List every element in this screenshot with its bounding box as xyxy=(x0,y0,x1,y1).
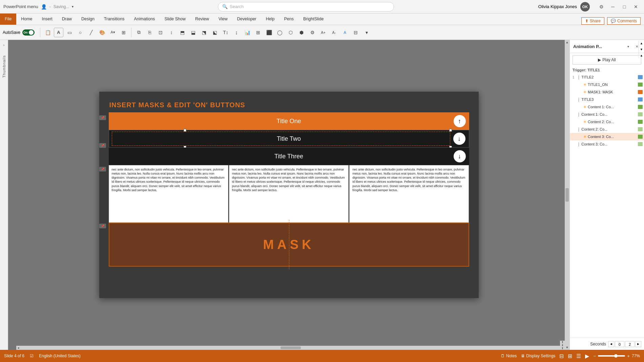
layout-button[interactable]: ⊟ xyxy=(351,28,360,37)
anim-dropdown-button[interactable]: ▾ xyxy=(624,43,632,50)
font-size-decrease-button[interactable]: A- xyxy=(329,28,339,37)
anim-item-content1b[interactable]: │ Content 1: Co... xyxy=(570,111,644,118)
select-button[interactable]: ↕ xyxy=(167,28,176,37)
close-button[interactable]: ✕ xyxy=(631,2,641,12)
display-settings-button[interactable]: 🖥 Display Settings xyxy=(521,354,555,358)
tab-animations[interactable]: Animations xyxy=(129,14,160,25)
tab-file[interactable]: File xyxy=(0,14,16,25)
clipboard-button[interactable]: 📋 xyxy=(43,28,53,37)
mask-section: MASK xyxy=(109,223,469,267)
comments-button[interactable]: 💬 Comments xyxy=(607,17,641,25)
thumbnails-toggle[interactable]: › xyxy=(3,43,4,47)
tab-slideshow[interactable]: Slide Show xyxy=(160,14,190,25)
slide-sorter-button[interactable]: ⊞ xyxy=(568,353,572,359)
shape3-button[interactable]: ⬡ xyxy=(286,28,295,37)
text-direction-button[interactable]: T↕ xyxy=(221,28,230,37)
anim-item-mask1[interactable]: ✳ MASK1: MASK xyxy=(570,88,644,96)
shape4-button[interactable]: ⬢ xyxy=(297,28,306,37)
normal-view-button[interactable]: ⊟ xyxy=(559,353,564,359)
search-box[interactable]: 🔍 Search xyxy=(218,2,394,12)
anim-scroll-up2-button[interactable]: ▲ xyxy=(639,53,644,58)
tab-design[interactable]: Design xyxy=(77,14,99,25)
shape-fill-button[interactable]: ⬛ xyxy=(264,28,274,37)
zoom-level: 77% xyxy=(632,354,640,358)
title-three-down-button[interactable]: ↓ xyxy=(454,150,466,162)
share-button[interactable]: ⬆ Share xyxy=(581,17,604,25)
anim-item-content2b[interactable]: │ Content 2: Co... xyxy=(570,126,644,133)
selection-handle-tr[interactable] xyxy=(449,129,452,132)
tab-pens[interactable]: Pens xyxy=(279,14,299,25)
zoom-in-button[interactable]: + xyxy=(627,354,630,359)
seconds-prev-button[interactable]: ◄ xyxy=(608,341,614,347)
tab-developer[interactable]: Developer xyxy=(232,14,261,25)
zoom-out-button[interactable]: − xyxy=(593,354,596,359)
animation-pane-controls: ▾ ✕ xyxy=(624,43,641,50)
font-size-increase-button[interactable]: A+ xyxy=(318,28,328,37)
anim-item-content2a[interactable]: ✳ Content 2: Co... xyxy=(570,118,644,126)
table-button[interactable]: ⊞ xyxy=(253,28,263,37)
group-button[interactable]: ⬒ xyxy=(178,28,187,37)
anim-item-content3b[interactable]: │ Content 3: Co... xyxy=(570,140,644,148)
text-button[interactable]: A xyxy=(54,28,63,37)
maximize-button[interactable]: □ xyxy=(620,2,629,12)
font-color-button[interactable]: A▾ xyxy=(108,28,118,37)
fill-color-button[interactable]: 🎨 xyxy=(97,28,107,37)
anim-item-title2[interactable]: 1 │ TITLE2 xyxy=(570,73,644,81)
tab-help[interactable]: Help xyxy=(261,14,279,25)
play-all-button[interactable]: ▶ Play All xyxy=(573,55,641,65)
oval-button[interactable]: ○ xyxy=(76,28,85,37)
selection-handle-tl[interactable] xyxy=(184,129,186,132)
settings-gear-button[interactable]: ⚙ xyxy=(308,28,317,37)
distribute-button[interactable]: ⬕ xyxy=(210,28,220,37)
title-one-up-button[interactable]: ↑ xyxy=(454,115,466,127)
more-options-button[interactable]: ▾ xyxy=(362,28,371,37)
user-avatar[interactable]: OK xyxy=(580,2,590,12)
duplicate-button[interactable]: ⊡ xyxy=(156,28,165,37)
rectangle-button[interactable]: ▭ xyxy=(65,28,74,37)
tab-home[interactable]: Home xyxy=(16,14,37,25)
save-dropdown-icon[interactable]: ▾ xyxy=(72,5,74,8)
save-status-text: Saving... xyxy=(54,4,69,9)
vertical-scrollbar[interactable]: ▲ ▼ xyxy=(565,40,569,350)
align2-button[interactable]: ⬔ xyxy=(199,28,209,37)
shape2-button[interactable]: ◯ xyxy=(275,28,285,37)
align-button[interactable]: ⊞ xyxy=(119,28,128,37)
anim-bar-content1a xyxy=(638,105,643,109)
tab-brightstudio[interactable]: BrightSlide xyxy=(298,14,328,25)
anim-item-title1on[interactable]: ✳ TITLE1_ON xyxy=(570,81,644,88)
toggle-knob xyxy=(29,30,34,35)
anim-bar-title1on xyxy=(638,83,643,87)
autosave-toggle[interactable]: On xyxy=(22,29,35,36)
tab-view[interactable]: View xyxy=(214,14,232,25)
horizontal-scrollbar[interactable]: ◄ ► xyxy=(16,346,565,350)
reading-view-button[interactable]: ☰ xyxy=(576,353,581,359)
slide-info: Slide 4 of 6 xyxy=(4,354,24,358)
arrange-button[interactable]: ⬓ xyxy=(188,28,198,37)
anim-item-title3[interactable]: │ TITLE3 xyxy=(570,96,644,103)
minimize-button[interactable]: ─ xyxy=(608,2,618,12)
paste-button[interactable]: ⎘ xyxy=(145,28,154,37)
zoom-slider[interactable] xyxy=(598,355,625,357)
title-two-down-button[interactable]: ↓ xyxy=(453,133,465,145)
tab-transitions[interactable]: Transitions xyxy=(99,14,129,25)
spacing-button[interactable]: ↨ xyxy=(232,28,241,37)
copy-button[interactable]: ⧉ xyxy=(134,28,144,37)
anim-scroll-down-button[interactable]: ▼ xyxy=(639,47,644,52)
content-col-2-text: nec ante dictum, non sollicitudin justo … xyxy=(232,168,345,192)
tab-draw[interactable]: Draw xyxy=(57,14,77,25)
format-button[interactable]: A xyxy=(340,28,350,37)
notes-button[interactable]: 🗒 Notes xyxy=(501,354,517,358)
chart-button[interactable]: 📊 xyxy=(243,28,252,37)
pin-icon-4: 📌 xyxy=(99,224,106,228)
slideshow-button[interactable]: ▶ xyxy=(585,353,589,359)
anim-item-content3a[interactable]: ✳ Content 3: Co... xyxy=(570,133,644,140)
tab-review[interactable]: Review xyxy=(190,14,214,25)
anim-item-content1a[interactable]: ✳ Content 1: Co... xyxy=(570,103,644,111)
seconds-next-button[interactable]: ► xyxy=(635,341,641,347)
anim-scroll-up-button[interactable]: ▲ xyxy=(639,41,644,46)
content-col-1: nec ante dictum, non sollicitudin justo … xyxy=(109,165,228,223)
settings-button[interactable]: ⚙ xyxy=(597,2,606,12)
tab-insert[interactable]: Insert xyxy=(37,14,57,25)
content-col-3-text: nec ante dictum, non sollicitudin justo … xyxy=(352,168,465,192)
line-button[interactable]: ╱ xyxy=(86,28,96,37)
